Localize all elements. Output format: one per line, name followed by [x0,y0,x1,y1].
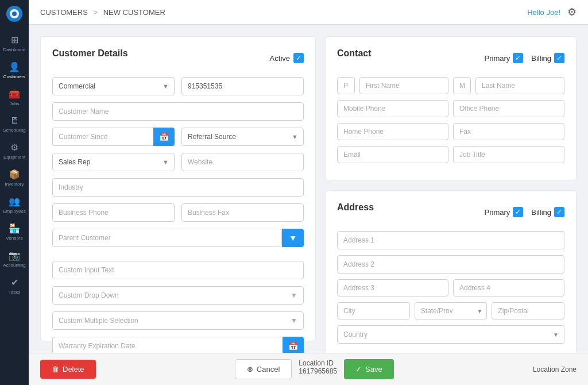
customer-id-input[interactable] [181,77,304,95]
sidebar-item-dashboard[interactable]: ⊞ Dashboard [0,30,29,57]
action-bar: 🗑 Delete ⊗ Cancel Location ID 1617965685… [29,353,588,385]
warranty-date-input[interactable] [52,337,283,353]
industry-row [52,178,304,197]
chevron-down-icon: ▼ [289,233,297,242]
home-phone-field [337,123,448,140]
contact-header: Contact Primary ✓ Billing ✓ [337,48,564,68]
address-title: Address [337,202,374,213]
mobile-phone-input[interactable] [337,100,448,117]
address-header: Address Primary ✓ Billing ✓ [337,202,564,222]
address3-input[interactable] [337,279,448,297]
first-name-field [359,77,448,94]
last-name-field [475,77,564,94]
contact-email-title-row [337,146,564,163]
address-billing-label: Billing [531,208,551,217]
job-title-input[interactable] [453,146,564,163]
parent-customer-input[interactable] [52,229,282,247]
contact-phones-row [337,100,564,117]
customers-icon: 👤 [9,61,20,72]
custom-multi-arrow-icon: ▼ [291,317,297,325]
hello-text: Hello Joe! [527,8,560,17]
email-field [337,146,448,163]
office-phone-input[interactable] [453,100,564,117]
mi-field [453,77,471,94]
inventory-icon: 📦 [9,169,20,180]
customer-since-calendar-button[interactable]: 📅 [153,128,175,146]
first-name-input[interactable] [359,77,448,94]
sidebar-item-customers[interactable]: 👤 Customers [0,57,29,84]
address2-input[interactable] [337,255,564,274]
customer-name-input[interactable] [52,102,304,121]
jobs-icon: 🧰 [9,88,20,99]
country-select[interactable]: Country [337,325,564,344]
fax-input[interactable] [453,123,564,140]
cancel-button[interactable]: ⊗ Cancel [235,359,292,379]
sidebar-item-equipment[interactable]: ⚙ Equipment [0,137,29,164]
business-phone-input[interactable] [52,203,175,222]
prefix-input[interactable] [337,77,355,94]
contact-billing-checkbox[interactable]: ✓ [554,53,564,63]
city-input[interactable] [337,302,410,319]
state-select[interactable]: State/Prov [415,302,488,319]
custom-dropdown-label: Custom Drop Down [59,291,119,299]
address-primary-checkbox[interactable]: ✓ [513,207,523,217]
state-field: State/Prov ▼ [415,302,488,319]
referral-source-select[interactable]: Referral Source [181,128,304,146]
warranty-calendar-button[interactable]: 📅 [283,337,304,353]
app-logo[interactable] [5,5,24,23]
email-input[interactable] [337,146,448,163]
zip-input[interactable] [492,302,564,319]
sidebar-item-tasks[interactable]: ✔ Tasks [0,272,29,299]
sidebar: ⊞ Dashboard 👤 Customers 🧰 Jobs 🖥 Schedul… [0,0,29,385]
last-name-input[interactable] [475,77,564,94]
sales-rep-select[interactable]: Sales Rep [52,153,175,171]
cancel-icon: ⊗ [247,365,253,374]
sidebar-item-vendors[interactable]: 🏪 Vendors [0,218,29,245]
calendar-icon: 📅 [159,132,169,141]
referral-source-field: Referral Source ▼ [181,128,304,146]
contact-primary-billing: Primary ✓ Billing ✓ [485,53,564,63]
mobile-phone-field [337,100,448,117]
contact-primary-checkbox[interactable]: ✓ [513,53,523,63]
address-primary-billing: Primary ✓ Billing ✓ [485,207,564,217]
business-fax-input[interactable] [181,203,304,222]
custom-dropdown[interactable]: Custom Drop Down ▼ [52,286,304,305]
sidebar-item-scheduling[interactable]: 🖥 Scheduling [0,111,29,137]
business-phone-fax-row [52,203,304,222]
address-billing-checkbox[interactable]: ✓ [554,207,564,217]
sidebar-item-jobs[interactable]: 🧰 Jobs [0,84,29,111]
customer-details-title: Customer Details [52,48,128,59]
address-card: Address Primary ✓ Billing ✓ [325,190,577,353]
breadcrumb-customers[interactable]: CUSTOMERS [40,8,88,17]
contact-billing-group: Billing ✓ [531,53,564,63]
mi-input[interactable] [453,77,471,94]
tasks-icon: ✔ [11,277,18,288]
parent-customer-dropdown-button[interactable]: ▼ [282,229,304,247]
active-checkbox[interactable]: ✓ [293,53,304,63]
settings-button[interactable]: ⚙ [567,6,577,18]
contact-home-fax-row [337,123,564,140]
custom-multiple-selection[interactable]: Custom Multiple Selection ▼ [52,311,304,330]
contact-name-row [337,77,564,94]
customer-since-field: 📅 [52,128,175,146]
custom-dropdown-arrow-icon: ▼ [291,291,297,299]
website-input[interactable] [181,153,304,171]
home-phone-input[interactable] [337,123,448,140]
active-group: Active ✓ [270,53,304,63]
sidebar-item-employees[interactable]: 👥 Employees [0,191,29,218]
address1-input[interactable] [337,231,564,249]
delete-button[interactable]: 🗑 Delete [40,360,96,379]
sidebar-item-accounting[interactable]: 📷 Accounting [0,245,29,272]
custom-input-text[interactable] [52,261,304,279]
customer-type-select[interactable]: Commercial [52,77,175,95]
since-referral-row: 📅 Referral Source ▼ [52,128,304,146]
address4-input[interactable] [453,279,564,297]
employees-icon: 👥 [9,196,20,207]
save-button[interactable]: ✓ Save [344,359,394,379]
topbar-right: Hello Joe! ⚙ [527,6,577,18]
customer-since-input[interactable] [52,128,153,146]
sidebar-item-inventory[interactable]: 📦 Inventory [0,164,29,191]
industry-input[interactable] [52,178,304,197]
svg-point-2 [12,11,17,16]
content-area: Customer Details Active ✓ Commercial ▼ [29,25,588,353]
